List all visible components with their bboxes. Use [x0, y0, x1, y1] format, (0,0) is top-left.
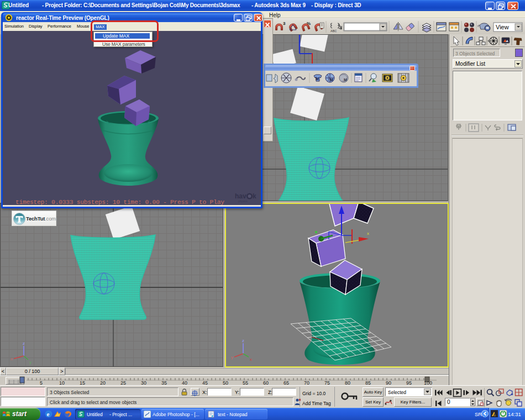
svg-text:y: y [29, 360, 32, 365]
svg-text:3: 3 [283, 21, 286, 26]
svg-text:x: x [250, 357, 252, 362]
svg-text:timestep: 0.0333 substeps: 10: timestep: 0.0333 substeps: 10 time: 0.00… [15, 199, 224, 205]
svg-text:M: M [330, 78, 333, 82]
svg-text:e: e [47, 411, 50, 417]
svg-text:M: M [316, 77, 319, 81]
svg-text:hav: hav [235, 192, 246, 200]
svg-text:%: % [307, 21, 311, 26]
svg-text:z: z [242, 338, 244, 343]
svg-text:ABC: ABC [330, 29, 337, 33]
svg-text:x: x [11, 356, 13, 361]
svg-text:k: k [253, 192, 256, 200]
svg-text:M: M [344, 78, 347, 82]
svg-text:physics: physics [238, 200, 248, 203]
svg-text:z: z [23, 341, 25, 346]
svg-text:y: y [231, 355, 233, 360]
svg-text:View: View [496, 24, 509, 30]
svg-text:x: x [367, 231, 369, 236]
svg-text:A: A [493, 412, 496, 417]
